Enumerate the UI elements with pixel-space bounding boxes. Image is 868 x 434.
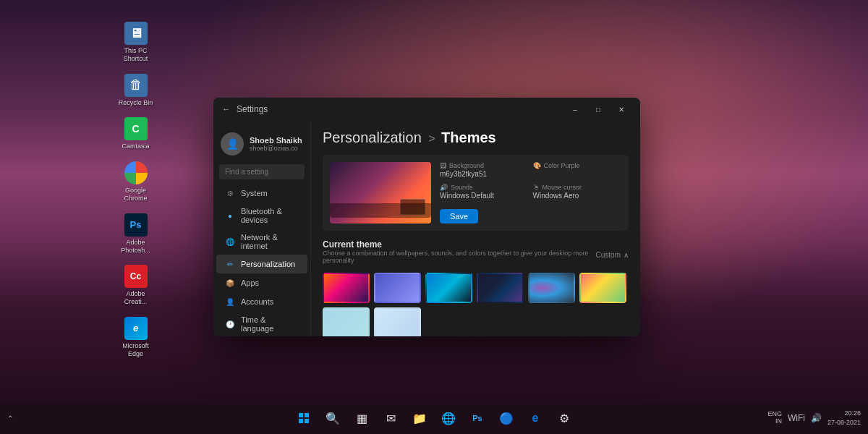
time-display: 20:26 (827, 409, 861, 418)
nav-apps[interactable]: 📦 Apps (216, 273, 307, 292)
mouse-cursor-info: 🖱 Mouse cursor Windows Aero (533, 184, 622, 201)
time-icon: 🕐 (225, 319, 235, 329)
minimize-button[interactable]: – (565, 102, 585, 116)
icon-recycle-bin[interactable]: 🗑 Recycle Bin (116, 74, 156, 107)
background-value: m6y3b2fkya51 (440, 170, 529, 178)
settings-window: ← Settings – □ ✕ 👤 Shoeb Shaikh shoeb@oz… (213, 98, 640, 336)
search-input[interactable] (219, 164, 305, 179)
icon-creative-cloud[interactable]: Cc Adobe Creati... (116, 265, 156, 306)
icon-this-pc[interactable]: 🖥 This PC Shortcut (116, 22, 156, 63)
current-theme-section: Current theme Choose a combination of wa… (323, 239, 629, 336)
nav-accounts[interactable]: 👤 Accounts (216, 292, 307, 311)
breadcrumb-separator: > (428, 132, 438, 145)
clock[interactable]: 20:26 27-08-2021 (827, 409, 861, 427)
taskbar-left: ⌃ (7, 414, 13, 422)
custom-badge: Custom ∧ (596, 251, 629, 259)
svg-rect-2 (299, 419, 303, 423)
bluetooth-icon: ● (225, 210, 235, 221)
nav-bluetooth[interactable]: ● Bluetooth & devices (216, 203, 307, 229)
language-indicator: ENGIN (767, 411, 782, 425)
close-button[interactable]: ✕ (611, 102, 631, 116)
volume-icon[interactable]: 🔊 (811, 413, 822, 423)
preview-miniwindow (400, 199, 425, 215)
user-avatar: 👤 (221, 132, 244, 156)
settings-main: Personalization > Themes 🖼 Background (311, 121, 640, 336)
icon-chrome[interactable]: Google Chrome (116, 161, 156, 203)
nav-time[interactable]: 🕐 Time & language (216, 311, 307, 336)
user-name: Shoeb Shaikh (250, 136, 302, 145)
breadcrumb-parent: Personalization (323, 129, 422, 145)
theme-item-3[interactable] (425, 273, 472, 303)
section-title: Current theme (323, 239, 596, 250)
system-icon: ⚙ (225, 188, 235, 198)
svg-rect-0 (299, 413, 303, 417)
sounds-info: 🔊 Sounds Windows Default (440, 184, 529, 201)
background-icon: 🖼 (440, 162, 446, 169)
search-container (219, 164, 305, 179)
maximize-button[interactable]: □ (588, 102, 608, 116)
cursor-icon: 🖱 (533, 184, 540, 191)
nav-menu: ⚙ System ● Bluetooth & devices 🌐 Network… (213, 184, 310, 336)
color-info: 🎨 Color Purple (533, 162, 622, 179)
theme-item-8[interactable] (374, 307, 421, 336)
nav-personalization[interactable]: ✏ Personalization (216, 255, 307, 273)
theme-item-4[interactable] (477, 273, 524, 303)
breadcrumb-current: Themes (441, 129, 496, 145)
taskbar: ⌃ 🔍 ▦ ✉ 📁 🌐 Ps 🔵 e ⚙ ENGIN (0, 402, 868, 434)
theme-preview-image (330, 162, 431, 224)
accounts-icon: 👤 (225, 297, 235, 307)
theme-item-1[interactable] (323, 273, 370, 303)
settings-sidebar: 👤 Shoeb Shaikh shoeb@ozias.co ⚙ System (213, 121, 311, 336)
icon-edge[interactable]: e Microsoft Edge (116, 317, 156, 358)
sounds-icon: 🔊 (440, 184, 448, 191)
save-button[interactable]: Save (440, 209, 478, 224)
theme-preview-card: 🖼 Background m6y3b2fkya51 🎨 Color Purple (323, 155, 629, 231)
sounds-value: Windows Default (440, 192, 529, 200)
breadcrumb: Personalization > Themes (323, 129, 629, 146)
wifi-icon[interactable]: WiFi (788, 413, 805, 423)
taskbar-center: 🔍 ▦ ✉ 📁 🌐 Ps 🔵 e ⚙ (291, 405, 577, 431)
apps-icon: 📦 (225, 278, 235, 288)
theme-item-6[interactable] (579, 273, 626, 303)
window-body: 👤 Shoeb Shaikh shoeb@ozias.co ⚙ System (213, 121, 640, 336)
color-icon: 🎨 (533, 162, 541, 169)
nav-network[interactable]: 🌐 Network & internet (216, 229, 307, 255)
browser-button[interactable]: 🌐 (435, 405, 461, 431)
icon-photoshop[interactable]: Ps Adobe Photosh... (116, 213, 156, 255)
svg-rect-3 (305, 419, 309, 423)
window-title: Settings (237, 104, 268, 114)
back-icon[interactable]: ← (222, 104, 231, 114)
desktop: 🖥 This PC Shortcut 🗑 Recycle Bin C Camta… (0, 0, 868, 434)
theme-item-7[interactable] (323, 307, 370, 336)
nav-system[interactable]: ⚙ System (216, 184, 307, 203)
system-tray: ⌃ (7, 414, 13, 422)
theme-item-2[interactable] (374, 273, 421, 303)
edge-taskbar[interactable]: e (522, 405, 548, 431)
theme-item-5[interactable] (528, 273, 575, 303)
theme-grid (323, 273, 629, 336)
icon-camtasia[interactable]: C Camtasia (116, 117, 156, 150)
explorer-button[interactable]: 📁 (407, 405, 433, 431)
section-subtitle: Choose a combination of wallpapers, soun… (323, 250, 596, 264)
chevron-up-icon: ∧ (624, 251, 629, 259)
titlebar-controls: – □ ✕ (565, 102, 631, 116)
preview-info: 🖼 Background m6y3b2fkya51 🎨 Color Purple (440, 162, 621, 224)
save-container: Save (440, 209, 529, 224)
date-display: 27-08-2021 (827, 418, 861, 427)
titlebar: ← Settings – □ ✕ (213, 98, 640, 121)
chrome-taskbar[interactable]: 🔵 (493, 405, 519, 431)
taskbar-right: ENGIN WiFi 🔊 20:26 27-08-2021 (767, 409, 861, 427)
user-profile[interactable]: 👤 Shoeb Shaikh shoeb@ozias.co (213, 127, 310, 161)
svg-rect-1 (305, 413, 309, 417)
photoshop-taskbar[interactable]: Ps (464, 405, 490, 431)
task-view-button[interactable]: ▦ (349, 405, 375, 431)
mail-button[interactable]: ✉ (378, 405, 404, 431)
section-header: Current theme Choose a combination of wa… (323, 239, 629, 270)
desktop-icons: 🖥 This PC Shortcut 🗑 Recycle Bin C Camta… (116, 22, 156, 358)
settings-taskbar[interactable]: ⚙ (551, 405, 577, 431)
start-button[interactable] (291, 405, 317, 431)
network-icon: 🌐 (225, 237, 235, 247)
search-button[interactable]: 🔍 (320, 405, 346, 431)
tray-arrow[interactable]: ⌃ (7, 414, 13, 422)
personalization-icon: ✏ (225, 259, 235, 269)
